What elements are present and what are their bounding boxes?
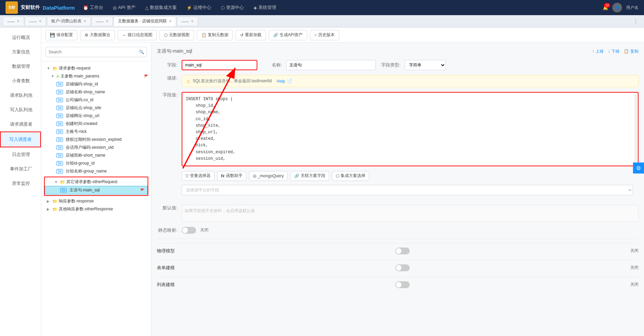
search-input[interactable] — [45, 47, 147, 57]
help-doc-icon[interactable]: 📄 — [287, 79, 292, 84]
tab-3[interactable]: 账户-消费山联表 ✕ — [47, 17, 91, 26]
str-badge: Str — [56, 114, 63, 118]
down-icon: ↓ — [608, 49, 610, 54]
field-input[interactable] — [182, 60, 257, 70]
static-mapping-toggle[interactable] — [182, 227, 196, 234]
name-input[interactable] — [286, 60, 376, 70]
sidebar-item-write-dispatcher[interactable]: 写入调度者 — [0, 132, 41, 147]
tree-node-nick[interactable]: Str 主账号-nick — [41, 128, 151, 136]
toggle-icon: ▼ — [51, 74, 55, 78]
save-config-button[interactable]: 💾 保存配置 — [45, 30, 77, 40]
logo-area[interactable]: 安财 安财软件 DataPlatform — [6, 1, 75, 14]
sidebar-item-xq-query[interactable]: 小青查数 — [0, 74, 41, 88]
default-input[interactable]: 如果字段值不生效时，会启用该默认值 — [182, 205, 638, 222]
gen-api-icon: 🔗 — [273, 33, 278, 38]
nav-api-assets[interactable]: ◎ API 资产 — [113, 4, 136, 11]
tree-node-shop-url[interactable]: Str 店铺网址-shop_url — [41, 112, 151, 120]
tree-node-shop-name[interactable]: Str 店铺名称-shop_name — [41, 88, 151, 96]
tab-3-close[interactable]: ✕ — [84, 19, 86, 23]
form-model-toggle[interactable] — [395, 264, 410, 271]
tab-1-close[interactable]: ✕ — [17, 19, 20, 23]
var-selector-button[interactable]: ▽ 变量选择器 — [182, 171, 214, 181]
tab-5-active[interactable]: 主数据服务 · 店铺信息同联 ✕ — [114, 17, 176, 26]
nav-resource-center[interactable]: ⬡ 资源中心 — [221, 4, 244, 11]
up-icon: ↑ — [592, 49, 594, 54]
tree-node-other-request[interactable]: ▼ 📁 其它请求参数-otherRequest — [45, 178, 148, 186]
nav-system-admin[interactable]: ◈ 系统管理 — [254, 4, 276, 11]
sidebar-item-event-factory[interactable]: 事件加工厂 — [0, 162, 41, 176]
sidebar-item-anomaly-monitor[interactable]: 异常监控 — [0, 176, 41, 191]
gen-api-button[interactable]: 🔗 生成API资产 — [269, 30, 307, 40]
sidebar-item-log-mgmt[interactable]: 日志管理 — [0, 147, 41, 162]
tree-node-short-name[interactable]: Str 店铺简称-short_name — [41, 151, 151, 159]
func-helper-button[interactable]: fx 函数助手 — [217, 171, 246, 181]
reload-button[interactable]: ↺ 重新加载 — [236, 30, 266, 40]
str-badge: Str — [56, 129, 63, 134]
tree-node-session-expired[interactable]: Str 授权过期时间-session_expired — [41, 136, 151, 144]
tree-node-group-id[interactable]: Str 分组id-group_id — [41, 159, 151, 167]
tab-6-close[interactable]: ✕ — [191, 19, 194, 23]
tab-5-close[interactable]: ✕ — [169, 19, 172, 23]
clock-icon: ⏰ — [83, 5, 88, 10]
settings-button[interactable]: ⚙ — [633, 162, 644, 174]
str-badge: Str — [60, 188, 67, 192]
tab-1[interactable]: —— ✕ — [3, 17, 24, 26]
mongo-query-button[interactable]: ◎ _mongoQuery — [249, 171, 288, 181]
list-model-toggle[interactable] — [395, 281, 410, 288]
tab-2[interactable]: —— ✕ — [25, 17, 46, 26]
code-scrollbar[interactable] — [634, 93, 637, 166]
copy-meta-button[interactable]: 📋 复制元数据 — [197, 30, 233, 40]
type-select[interactable]: 字符串 整数 布尔 数组 对象 — [405, 60, 446, 70]
meta-view-button[interactable]: ⬡ 元数据视图 — [160, 30, 194, 40]
save-icon: 💾 — [50, 33, 55, 38]
copy-button[interactable]: 📋 复制 — [624, 49, 638, 54]
tree-node-response[interactable]: ▶ 📁 响应参数-response — [41, 197, 151, 205]
tree-node-session-uid[interactable]: Str 会话用户编码-session_uid — [41, 144, 151, 151]
nav-ops-center[interactable]: ⚡ 运维中心 — [186, 4, 211, 11]
tree-panel: 🔍 ▼ 📁 请求参数-request ▼ A — [41, 43, 151, 336]
tab-2-close[interactable]: ✕ — [39, 19, 42, 23]
tab-4[interactable]: —— ✕ — [92, 17, 113, 26]
collection-select-button[interactable]: ⬡ 集成方案选择 — [332, 171, 369, 181]
physical-model-toggle[interactable] — [395, 248, 410, 254]
big-data-button[interactable]: ⚙ 大数据聚合 — [80, 30, 115, 40]
tab-6[interactable]: —— ✕ — [177, 17, 198, 26]
nav-data-collection[interactable]: △ 数据集成方案 — [145, 4, 177, 11]
platform-field-select[interactable]: 选择源平台的字段 — [182, 185, 633, 195]
form-model-section: 表单建模 关闭 — [157, 260, 638, 274]
user-avatar[interactable]: 👤 — [612, 3, 622, 12]
tree-node-main-sql[interactable]: Str 主语句-main_sql 🚩 — [45, 186, 148, 195]
nav-workbench[interactable]: ⏰ 工作台 — [83, 4, 103, 11]
str-badge: Str — [56, 145, 63, 150]
sidebar-item-scheme-info[interactable]: 方案信息 — [0, 45, 41, 59]
tree-node-shop-id[interactable]: Str 店铺编码-shop_id — [41, 80, 151, 88]
notification-bell[interactable]: 🔔 10 — [603, 5, 608, 10]
tree-node-other-response[interactable]: ▶ 📁 其他响应参数-otherResponse — [41, 205, 151, 213]
sidebar-item-request-queue[interactable]: 请求队列池 — [0, 88, 41, 103]
help-link[interactable]: Help — [277, 79, 285, 84]
str-badge: Str — [56, 161, 63, 166]
tab-4-close[interactable]: ✕ — [106, 19, 108, 23]
tab-more[interactable]: ⋮ — [630, 18, 641, 24]
history-button[interactable]: ⑂ 历史版本 — [310, 30, 339, 40]
tree-node-group-name[interactable]: Str 分组名称-group_name — [41, 167, 151, 175]
move-down-button[interactable]: ↓ 下移 — [608, 49, 620, 54]
code-editor[interactable]: INSERT INTO shops ( shop_id, shop_name, … — [182, 92, 638, 166]
related-fields-button[interactable]: 🔗 关联方案字段 — [290, 171, 329, 181]
type-label: 字段类型: — [380, 62, 400, 68]
resource-icon: ⬡ — [221, 5, 225, 10]
admin-icon: ◈ — [254, 5, 257, 10]
sidebar-item-data-mgmt[interactable]: 数据管理 — [0, 59, 41, 74]
interface-view-button[interactable]: ↔ 接口信息视图 — [118, 30, 157, 40]
tree-node-request-params[interactable]: ▼ 📁 请求参数-request — [41, 64, 151, 72]
move-up-button[interactable]: ↑ 上移 — [592, 49, 604, 54]
tree-node-main-params[interactable]: ▼ A 主参数-main_params 🚩 — [41, 72, 151, 80]
tree-node-created[interactable]: Str 创建时间-created — [41, 120, 151, 128]
form-model-value: 关闭 — [630, 265, 638, 271]
notification-count: 10 — [604, 3, 610, 8]
tree-node-co-id[interactable]: Str 公司编码-co_id — [41, 96, 151, 104]
sidebar-item-overview[interactable]: 运行概况 — [0, 30, 41, 45]
tree-node-shop-site[interactable]: Str 店铺站点-shop_site — [41, 104, 151, 112]
sidebar-item-write-queue[interactable]: 写入队列池 — [0, 103, 41, 117]
sidebar-item-req-dispatcher[interactable]: 请求调度者 — [0, 117, 41, 132]
